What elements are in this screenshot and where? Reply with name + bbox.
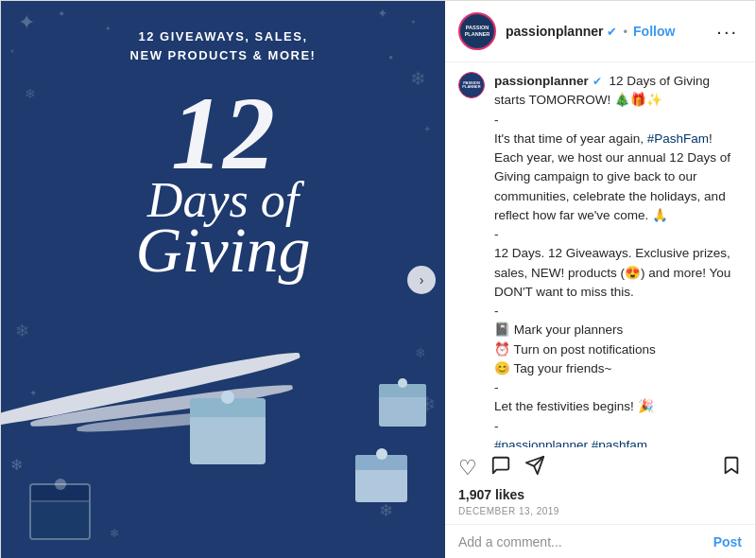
actions-row: ♡ [445, 447, 755, 485]
caption-row: PASSIONPLANNER passionplanner✔ 12 Days o… [458, 72, 742, 447]
header-username-row: passionplanner ✔ • Follow [506, 24, 713, 39]
gift-box-small-right [355, 455, 407, 502]
gift-box-mid [379, 384, 426, 427]
like-button[interactable]: ♡ [458, 456, 477, 480]
gift-box-bottom-left [29, 483, 91, 540]
instagram-post: ✦ ✦ ✦ ✦ ✦ * ❄ ❄ ● ✦ ❄ ❄ ✦ ❄ ❄ ✦ ❄ ❄ 12 G… [0, 0, 756, 558]
caption-verified-icon: ✔ [593, 75, 602, 88]
top-line2: NEW PRODUCTS & MORE! [1, 46, 445, 65]
more-options-button[interactable]: ··· [713, 21, 742, 43]
top-text: 12 GIVEAWAYS, SALES, NEW PRODUCTS & MORE… [1, 27, 445, 64]
share-button[interactable] [524, 455, 545, 481]
likes-row: 1,907 likes [445, 485, 755, 504]
caption-username[interactable]: passionplanner [494, 74, 589, 88]
comment-input[interactable] [458, 534, 713, 549]
number-12: 12 [171, 81, 275, 185]
post-image-inner: ✦ ✦ ✦ ✦ ✦ * ❄ ❄ ● ✦ ❄ ❄ ✦ ❄ ❄ ✦ ❄ ❄ 12 G… [1, 1, 445, 558]
dot-separator: • [623, 25, 627, 39]
avatar-inner: PASSIONPLANNER [461, 15, 493, 47]
caption-area: PASSIONPLANNER passionplanner✔ 12 Days o… [445, 62, 755, 447]
likes-count: 1,907 likes [458, 487, 524, 502]
post-date: DECEMBER 13, 2019 [458, 506, 559, 516]
bookmark-button[interactable] [721, 455, 742, 481]
post-header: PASSIONPLANNER passionplanner ✔ • Follow… [445, 1, 755, 62]
follow-button[interactable]: Follow [633, 24, 675, 39]
giving-text: Giving [135, 218, 310, 282]
caption-text: 12 Days of Giving starts TOMORROW! 🎄🎁✨- … [494, 74, 730, 447]
post-info: PASSIONPLANNER passionplanner ✔ • Follow… [445, 1, 755, 558]
nav-arrow[interactable]: › [407, 266, 436, 294]
nav-arrow-icon: › [420, 272, 424, 288]
caption-avatar: PASSIONPLANNER [458, 72, 485, 98]
main-title: 12 Days of Giving [1, 81, 445, 282]
header-username[interactable]: passionplanner [506, 24, 603, 39]
avatar[interactable]: PASSIONPLANNER [458, 12, 496, 50]
post-comment-button[interactable]: Post [713, 534, 742, 549]
date-row: DECEMBER 13, 2019 [445, 504, 755, 524]
avatar-label: PASSIONPLANNER [465, 25, 490, 37]
post-image: ✦ ✦ ✦ ✦ ✦ * ❄ ❄ ● ✦ ❄ ❄ ✦ ❄ ❄ ✦ ❄ ❄ 12 G… [1, 1, 445, 558]
comment-input-row: Post [445, 524, 755, 558]
caption-content: passionplanner✔ 12 Days of Giving starts… [494, 72, 742, 447]
comment-button[interactable] [490, 455, 511, 481]
top-line1: 12 GIVEAWAYS, SALES, [1, 27, 445, 46]
gift-box-large [190, 398, 266, 464]
verified-icon: ✔ [607, 25, 617, 39]
